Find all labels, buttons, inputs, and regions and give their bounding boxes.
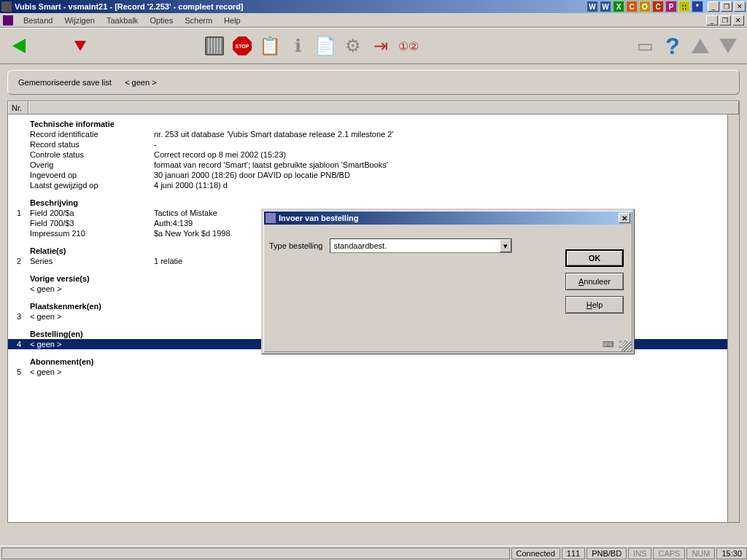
status-main — [1, 548, 510, 559]
ok-button[interactable]: OK — [565, 249, 624, 267]
menu-taakbalk[interactable]: Taakbalk — [101, 15, 144, 26]
titlebar: Vubis Smart - vsmaint21 - [Record '2.253… — [0, 0, 747, 13]
close-button[interactable]: ✕ — [734, 1, 746, 12]
arrow-up-icon — [692, 39, 709, 53]
dialog-title: Invoer van bestelling — [279, 214, 358, 222]
down-nav-button[interactable] — [716, 34, 740, 58]
section-beschrijving: Beschrijving — [8, 198, 739, 208]
help-button[interactable]: Help — [565, 296, 624, 314]
delete-button[interactable] — [203, 34, 226, 58]
type-bestelling-select[interactable]: ▾ — [330, 238, 512, 253]
status-numlock: NUM — [686, 548, 715, 559]
mdi-maximize-button[interactable]: ❐ — [719, 15, 731, 26]
tray-icon[interactable]: W — [587, 1, 598, 12]
minimize-button[interactable]: _ — [708, 1, 719, 12]
section-abonnement: Abonnement(en) — [8, 357, 739, 367]
dialog-titlebar[interactable]: Invoer van bestelling ✕ — [264, 211, 632, 225]
back-button[interactable] — [7, 34, 31, 58]
tray-icon[interactable]: P — [665, 1, 677, 12]
down-button[interactable] — [69, 34, 92, 58]
status-connected: Connected — [511, 548, 560, 559]
arrow-down-gray-icon — [719, 39, 737, 53]
mdi-buttons: _ ❐ ✕ — [706, 15, 744, 26]
keyboard-icon[interactable]: ⌨ — [603, 340, 614, 349]
menu-opties[interactable]: Opties — [144, 15, 179, 26]
status-num: 111 — [562, 548, 585, 559]
tray-icon[interactable]: :: — [678, 1, 690, 12]
infobar-label: Gememoriseerde save list — [18, 78, 112, 87]
mdi-close-button[interactable]: ✕ — [732, 15, 744, 26]
link-button[interactable]: ①② — [397, 34, 420, 58]
trash-icon — [205, 36, 224, 55]
copy-button[interactable]: 📋 — [258, 34, 282, 58]
app-icon — [1, 1, 12, 12]
tray-icon[interactable]: W — [600, 1, 611, 12]
section-tech: Technische informatie — [8, 119, 739, 129]
arrow-down-icon — [74, 41, 86, 51]
col-nr[interactable]: Nr. — [8, 101, 28, 114]
mdi-minimize-button[interactable]: _ — [706, 15, 718, 26]
infobar: Gememoriseerde save list < geen > — [7, 70, 740, 95]
menu-wijzigen[interactable]: Wijzigen — [58, 15, 101, 26]
tray-icon[interactable]: C — [626, 1, 638, 12]
window-buttons: _ ❐ ✕ — [708, 1, 746, 12]
dialog-close-button[interactable]: ✕ — [619, 213, 630, 223]
tray-icon[interactable]: * — [692, 1, 703, 12]
toolbar: STOP 📋 ℹ 📄 ⚙ ⇥ ①② ▭ ? — [0, 28, 747, 64]
status-time: 15:30 — [716, 548, 747, 559]
infobar-value: < geen > — [125, 78, 156, 87]
stop-button[interactable]: STOP — [231, 34, 254, 58]
annuleer-button[interactable]: Annuleer — [565, 273, 624, 290]
tray-icons: W W X C O C P :: * — [587, 1, 703, 12]
dialog-icon — [266, 213, 276, 223]
export-button[interactable]: ⇥ — [369, 34, 392, 58]
dialog-invoer: Invoer van bestelling ✕ Type bestelling … — [261, 209, 635, 354]
window-button[interactable]: ▭ — [633, 34, 657, 58]
up-button[interactable] — [689, 34, 712, 58]
scrollbar[interactable] — [727, 114, 739, 522]
menubar: Bestand Wijzigen Taakbalk Opties Scherm … — [0, 13, 747, 28]
doc-icon — [3, 15, 13, 26]
tray-icon[interactable]: X — [613, 1, 624, 12]
info-button[interactable]: ℹ — [286, 34, 309, 58]
help-button[interactable]: ? — [661, 34, 684, 58]
tray-icon[interactable]: O — [639, 1, 651, 12]
status-caps: CAPS — [653, 548, 685, 559]
menu-help[interactable]: Help — [218, 15, 247, 26]
type-bestelling-input[interactable] — [330, 241, 500, 250]
type-bestelling-label: Type bestelling — [269, 241, 322, 250]
dropdown-button[interactable]: ▾ — [500, 239, 511, 252]
status-ins: INS — [628, 548, 651, 559]
statusbar: Connected 111 PNB/BD INS CAPS NUM 15:30 — [0, 545, 747, 560]
doc-button[interactable]: 📄 — [314, 34, 337, 58]
window-title: Vubis Smart - vsmaint21 - [Record '2.253… — [15, 2, 587, 11]
menu-bestand[interactable]: Bestand — [18, 15, 58, 26]
menu-scherm[interactable]: Scherm — [179, 15, 218, 26]
settings-button[interactable]: ⚙ — [341, 34, 365, 58]
stop-icon: STOP — [233, 36, 252, 55]
tray-icon[interactable]: C — [652, 1, 664, 12]
maximize-button[interactable]: ❐ — [721, 1, 732, 12]
status-location: PNB/BD — [587, 548, 627, 559]
grid-header: Nr. — [7, 101, 740, 114]
resize-grip[interactable] — [622, 341, 632, 351]
col-rest[interactable] — [28, 101, 739, 114]
arrow-left-icon — [12, 39, 26, 53]
